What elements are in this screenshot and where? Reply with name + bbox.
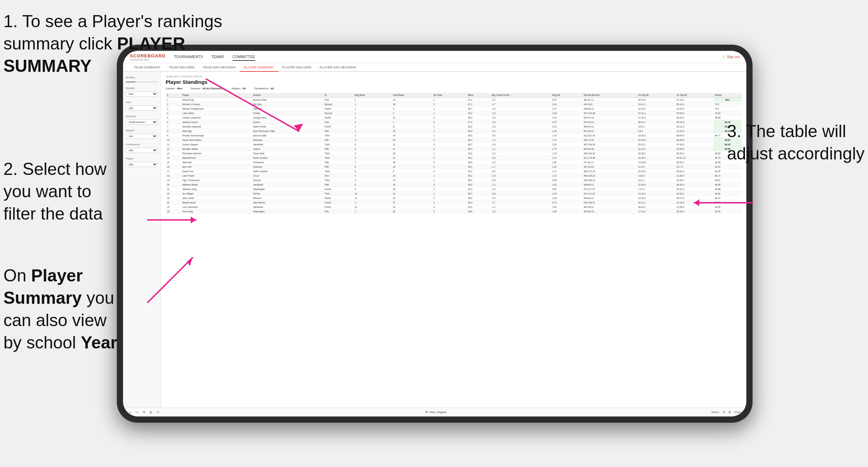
- cell-top50: 50-19-9: [675, 120, 714, 124]
- conference-select[interactable]: (All): [126, 148, 158, 153]
- cell-yr: Third: [323, 178, 353, 182]
- cell-school: North Carolina: [252, 169, 323, 174]
- sub-nav-player-h2h-heatmap[interactable]: PLAYER H2H HEATMAP: [315, 63, 360, 72]
- cell-avg-sg: 1.43: [551, 191, 582, 196]
- share-button[interactable]: Share: [734, 411, 742, 414]
- cell-reg-rank: 1: [353, 200, 391, 205]
- cell-record: 509-82-21: [582, 196, 637, 200]
- cell-conf-rank: 28: [391, 160, 432, 165]
- cell-no-rds: 2: [432, 200, 467, 205]
- col-reg-rank: Reg Rank: [353, 93, 391, 98]
- cell-avg-sg: 1.50: [551, 142, 582, 147]
- cell-avg-sg: 3.10: [551, 102, 582, 107]
- cell-adj: -1.5: [490, 160, 551, 165]
- cell-avg-sg: 1.65: [551, 205, 582, 209]
- paste-icon[interactable]: ⊞: [148, 410, 153, 415]
- cell-record: 616-168-22: [582, 200, 637, 205]
- cell-reg-rank: 7: [353, 160, 391, 165]
- cell-adj: -1.0: [490, 187, 551, 191]
- cell-avg-sg: 1.98: [551, 111, 582, 115]
- app-container: SCOREBOARD Powered by clippi TOURNAMENTS…: [123, 51, 746, 416]
- cell-avg-sg: 1.15: [551, 151, 582, 156]
- cell-no-rds: 1: [432, 187, 467, 191]
- clock-icon[interactable]: ⏱: [155, 410, 160, 415]
- cell-avg-sg: 1.79: [551, 147, 582, 151]
- sign-out-button[interactable]: Sign out: [727, 55, 739, 59]
- cell-rank: 19: [166, 178, 181, 182]
- cell-rank: 16: [166, 165, 181, 169]
- cell-points: 80.98: [713, 187, 742, 191]
- grid-icon[interactable]: ⊞: [728, 411, 731, 414]
- cell-conf-rank: 19: [391, 165, 432, 169]
- cell-reg-rank: 1: [353, 111, 391, 115]
- cell-rank: 9: [166, 133, 181, 138]
- col-top25: Vs Top 25: [637, 93, 675, 98]
- bottom-toolbar: ↩ ↪ ⧉ ⊞ ⏱ 👁 View: Original Watch ⊟ ⊞ Sha…: [123, 408, 746, 416]
- cell-record: 412-221-24: [582, 133, 637, 138]
- region-select[interactable]: N/A All: [126, 134, 158, 139]
- cell-yr: Second: [323, 111, 353, 115]
- cell-no-rds: 0: [432, 196, 467, 200]
- nav-item-committee[interactable]: COMMITTEE: [233, 53, 255, 61]
- cell-points: 79.1: [713, 107, 742, 111]
- sub-nav-player-summary[interactable]: PLAYER SUMMARY: [240, 63, 278, 72]
- cell-record: 258-86-13: [582, 107, 637, 111]
- copy-icon[interactable]: ⧉: [142, 410, 146, 415]
- sidebar-filters: No Rds. Gender Men Women: [123, 72, 161, 408]
- cell-rank: 6: [166, 120, 181, 124]
- filter-region-value: All: [242, 87, 246, 90]
- cell-record: 406-172-16: [582, 169, 637, 174]
- annotation-2-line1: 2. Select how: [3, 159, 107, 179]
- cell-school: North Carolina: [252, 156, 323, 160]
- player-select[interactable]: (All): [126, 162, 158, 167]
- cell-player: Michael Thorbjornsen: [181, 107, 252, 111]
- cell-wins: 68.5: [467, 182, 490, 187]
- annotation-4-bold2: Summary: [3, 288, 82, 308]
- cell-reg-rank: 7: [353, 209, 391, 214]
- cell-top25: 19-39-2: [637, 133, 675, 138]
- layout-icon[interactable]: ⊟: [723, 411, 725, 414]
- year-select[interactable]: (All) First Second Third Fourth Fifth: [126, 105, 158, 111]
- nav-items: TOURNAMENTS TEAMS COMMITTEE: [174, 53, 723, 61]
- cell-top50: 26-27-2: [675, 196, 714, 200]
- no-rds-slider[interactable]: [126, 81, 158, 82]
- cell-conf-rank: 24: [391, 174, 432, 178]
- cell-top50: 46-26-6: [675, 138, 714, 142]
- cell-adj: -1.6: [490, 209, 551, 214]
- redo-icon[interactable]: ↪: [135, 410, 140, 415]
- cell-adj: -1.1: [490, 205, 551, 209]
- cell-record: 605-96-38: [582, 147, 637, 151]
- cell-adj: -1.0: [490, 151, 551, 156]
- filter-division: Division: NCAA Division I: [191, 87, 223, 90]
- cell-points: 78.04: [713, 111, 742, 115]
- table-row: 1 Wenyi Ding Arizona State First 1 15 1 …: [166, 98, 742, 102]
- annotation-2: 2. Select how you want to filter the dat…: [3, 158, 107, 225]
- cell-top50: 35-26-4: [675, 209, 714, 214]
- cell-rank: 7: [166, 124, 181, 129]
- cell-player: Ian Gilligan: [181, 191, 252, 196]
- sub-nav-player-h2h-grid[interactable]: PLAYER H2H GRID: [278, 63, 316, 72]
- cell-adj: -1.7: [490, 200, 551, 205]
- cell-reg-rank: 10: [353, 191, 391, 196]
- table-row: 16 Alex Goff Kentucky Fifth 8 19 0 68.3 …: [166, 165, 742, 169]
- cell-player: Tiger Christensen: [181, 178, 252, 182]
- gender-select[interactable]: Men Women: [126, 91, 158, 97]
- cell-record: 381-61-11: [582, 98, 637, 102]
- annotation-4-line4: by school: [3, 333, 81, 352]
- table-row: 9 Preston Summerhays Arizona State Third…: [166, 133, 742, 138]
- cell-adj: -0.2: [490, 169, 551, 174]
- cell-wins: 67.1: [467, 98, 490, 102]
- cell-top25: 20-25-3: [637, 169, 675, 174]
- cell-reg-rank: 1: [353, 124, 391, 129]
- cell-top25: 28-12-7: [637, 120, 675, 124]
- cell-record: 462-96-12: [582, 205, 637, 209]
- division-select[interactable]: NCAA Division I: [126, 120, 158, 125]
- col-rank: #: [166, 93, 181, 98]
- watch-button[interactable]: Watch: [711, 411, 719, 414]
- undo-icon[interactable]: ↩: [128, 410, 133, 415]
- cell-no-rds: 1: [432, 107, 467, 111]
- table-row: 12 Brendan Valdes Auburn Fifth 5 37 0 68…: [166, 147, 742, 151]
- cell-school: Vanderbilt: [252, 182, 323, 187]
- cell-no-rds: 0: [432, 142, 467, 147]
- cell-reg-rank: 3: [353, 133, 391, 138]
